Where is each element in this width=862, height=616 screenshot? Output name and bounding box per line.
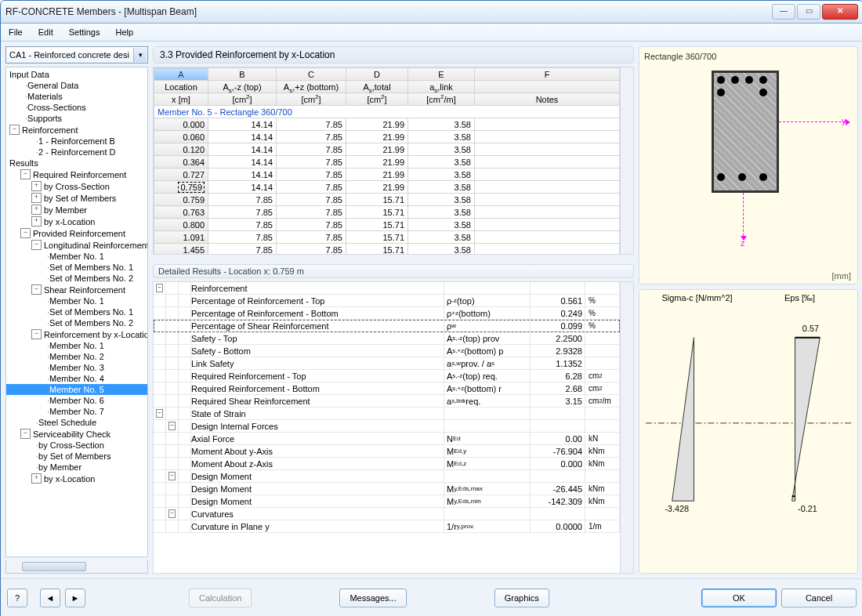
nav-tree[interactable]: Input Data…· General Data…· Materials…· … (5, 67, 148, 557)
table-row[interactable]: 0.72714.147.8521.993.58 (154, 168, 620, 181)
detail-row[interactable]: −Curvatures (154, 508, 620, 520)
tree-hscrollbar[interactable] (5, 560, 148, 574)
tree-item[interactable]: −Reinforcement by x-Location (6, 328, 147, 340)
menu-file[interactable]: File (5, 26, 26, 38)
table-row[interactable]: 0.7637.857.8515.713.58 (154, 206, 620, 219)
graphics-button[interactable]: Graphics (494, 589, 549, 607)
col-header[interactable]: F (475, 68, 620, 81)
tree-item[interactable]: …· Member No. 1 (6, 251, 147, 262)
tree-item[interactable]: …· Materials (6, 91, 147, 102)
tree-item[interactable]: …· Cross-Sections (6, 102, 147, 113)
detail-row[interactable]: Axial ForceNEd0.00kN (154, 433, 620, 445)
cancel-button[interactable]: Cancel (781, 589, 857, 607)
collapse-icon[interactable]: − (156, 409, 163, 418)
collapse-icon[interactable]: − (156, 284, 163, 292)
tree-item[interactable]: …· Set of Members No. 2 (6, 317, 147, 328)
detail-row[interactable]: Moment About y-AxisMEd,y-76.904kNm (154, 445, 620, 458)
tree-item[interactable]: −Provided Reinforcement (6, 227, 147, 239)
tree-item[interactable]: …· by Cross-Section (6, 440, 147, 451)
expand-icon[interactable]: + (31, 216, 42, 226)
tree-item[interactable]: …· Member No. 1 (6, 295, 147, 306)
detail-row[interactable]: Link Safetyas,w prov. / as1.1352 (154, 357, 620, 370)
col-header[interactable]: E (408, 68, 475, 81)
tree-item[interactable]: …· Member No. 5 (6, 384, 147, 395)
table-row[interactable]: 0.75914.147.8521.993.58 (154, 181, 620, 194)
menu-settings[interactable]: Settings (66, 26, 103, 38)
grid-vscrollbar[interactable] (620, 67, 633, 254)
menu-help[interactable]: Help (112, 26, 136, 38)
ok-button[interactable]: OK (701, 589, 777, 607)
tree-item[interactable]: …· Member No. 4 (6, 373, 147, 384)
expand-icon[interactable]: + (31, 181, 42, 191)
tree-item[interactable]: −Required Reinforcement (6, 168, 147, 180)
tree-item[interactable]: …· 1 - Reinforcement B (6, 136, 147, 147)
detail-vscrollbar[interactable] (620, 282, 633, 573)
tree-item[interactable]: …· Steel Schedule (6, 417, 147, 428)
tree-item[interactable]: −Shear Reinforcement (6, 284, 147, 295)
collapse-icon[interactable]: − (168, 422, 176, 430)
tree-item[interactable]: +by x-Location (6, 473, 147, 484)
expand-icon[interactable]: + (31, 193, 42, 203)
help-button[interactable]: ? (7, 589, 27, 607)
detail-row[interactable]: Moment About z-AxisMEd,z0.000kNm (154, 458, 620, 470)
tree-item[interactable]: …· Member No. 1 (6, 340, 147, 351)
tree-item[interactable]: …· General Data (6, 80, 147, 91)
expand-icon[interactable]: + (31, 473, 42, 484)
chevron-down-icon[interactable]: ▾ (133, 48, 147, 62)
detail-row[interactable]: Curvature in Plane y1/ry,prov.0.00001/m (154, 520, 620, 533)
col-header[interactable]: C (277, 68, 346, 81)
detail-row[interactable]: −Reinforcement (154, 282, 620, 295)
detail-row[interactable]: −Design Internal Forces (154, 420, 620, 433)
detail-row[interactable]: Percentage of Reinforcement - Topρ-z (to… (154, 295, 620, 307)
table-row[interactable]: 0.06014.147.8521.993.58 (154, 131, 620, 143)
tree-item[interactable]: +by x-Location (6, 216, 147, 227)
tree-item[interactable]: …· Set of Members No. 1 (6, 306, 147, 317)
collapse-icon[interactable]: − (20, 429, 31, 439)
col-header[interactable]: A (154, 68, 208, 81)
detail-row[interactable]: Required Reinforcement - BottomAs,+z (bo… (154, 382, 620, 395)
detail-row[interactable]: Safety - TopAs,-z (top) prov2.2500 (154, 332, 620, 345)
case-combo[interactable]: CA1 - Reinforced concrete desi ▾ (5, 46, 148, 63)
table-row[interactable]: 0.36414.147.8521.993.58 (154, 156, 620, 168)
table-row[interactable]: 0.12014.147.8521.993.58 (154, 143, 620, 156)
collapse-icon[interactable]: − (20, 169, 31, 179)
collapse-icon[interactable]: − (9, 125, 20, 135)
tree-item[interactable]: Results (6, 158, 147, 168)
tree-item[interactable]: …· by Set of Members (6, 451, 147, 462)
detail-row[interactable]: Required Shear Reinforcementas,link req.… (154, 395, 620, 408)
detail-row[interactable]: Percentage of Reinforcement - Bottomρ+z … (154, 307, 620, 320)
detail-row[interactable]: −Design Moment (154, 470, 620, 483)
menu-edit[interactable]: Edit (35, 26, 56, 38)
detail-row[interactable]: Percentage of Shear Reinforcementρw0.099… (154, 320, 620, 332)
col-header[interactable]: B (208, 68, 277, 81)
expand-icon[interactable]: + (31, 205, 42, 215)
tree-item[interactable]: −Longitudinal Reinforcement (6, 239, 147, 251)
table-row[interactable]: 0.00014.147.8521.993.58 (154, 118, 620, 131)
collapse-icon[interactable]: − (31, 284, 42, 295)
detail-row[interactable]: Safety - BottomAs,+z (bottom) p2.9328 (154, 345, 620, 357)
tree-item[interactable]: …· Supports (6, 113, 147, 124)
prev-button[interactable]: ◄ (40, 589, 60, 607)
calculation-button[interactable]: Calculation (189, 589, 252, 607)
tree-item[interactable]: …· by Member (6, 462, 147, 473)
next-button[interactable]: ► (65, 589, 85, 607)
table-row[interactable]: 0.8007.857.8515.713.58 (154, 219, 620, 231)
collapse-icon[interactable]: − (168, 472, 176, 480)
detail-row[interactable]: Design MomentMy,Eds,min-142.309kNm (154, 495, 620, 508)
messages-button[interactable]: Messages... (339, 589, 406, 607)
tree-item[interactable]: …· 2 - Reinforcement D (6, 147, 147, 158)
tree-item[interactable]: …· Set of Members No. 1 (6, 262, 147, 273)
tree-item[interactable]: …· Member No. 6 (6, 395, 147, 406)
main-grid[interactable]: ABCDEFLocationAs,-z (top)As,+z (bottom)A… (153, 67, 634, 255)
tree-item[interactable]: …· Member No. 7 (6, 406, 147, 417)
tree-item[interactable]: +by Cross-Section (6, 180, 147, 192)
close-button[interactable]: ✕ (822, 4, 858, 20)
collapse-icon[interactable]: − (20, 228, 31, 238)
detail-row[interactable]: Design MomentMy,Eds,max-26.445kNm (154, 483, 620, 495)
maximize-button[interactable]: ▭ (797, 4, 820, 20)
minimize-button[interactable]: — (772, 4, 795, 20)
col-header[interactable]: D (346, 68, 408, 81)
detail-grid[interactable]: −ReinforcementPercentage of Reinforcemen… (153, 281, 634, 574)
detail-row[interactable]: Required Reinforcement - TopAs,-z (top) … (154, 370, 620, 382)
table-row[interactable]: 1.0917.857.8515.713.58 (154, 231, 620, 244)
